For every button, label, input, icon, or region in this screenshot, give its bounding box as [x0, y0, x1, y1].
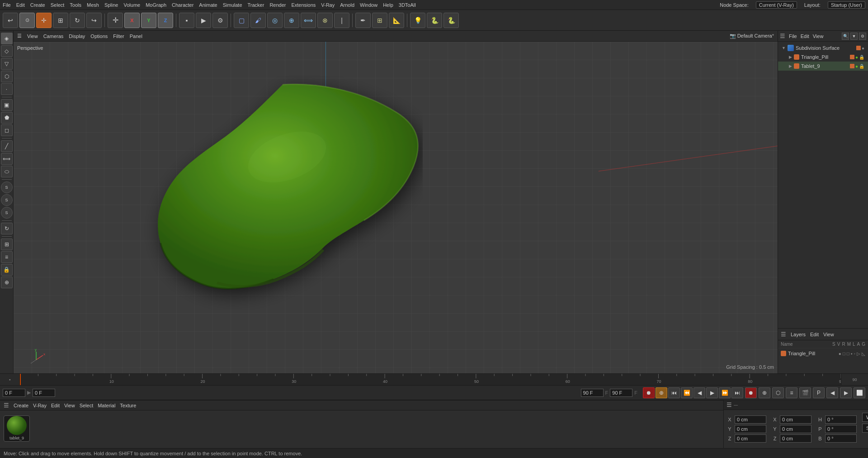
redo-button[interactable]: ↪	[86, 13, 102, 28]
node-space-dropdown[interactable]: Current (V-Ray)	[756, 1, 797, 9]
step-back-button[interactable]: ⏪	[681, 387, 693, 398]
x2-input[interactable]	[780, 415, 811, 424]
z-input[interactable]	[735, 434, 766, 443]
menu-window[interactable]: Window	[360, 2, 377, 8]
menu-vray[interactable]: V-Ray	[321, 2, 335, 8]
viewport-canvas[interactable]: Perspective	[14, 42, 778, 373]
selection-button[interactable]: ▣	[1, 99, 13, 111]
edge-mode-button[interactable]: ⬡	[1, 71, 13, 82]
s-3-button[interactable]: S	[1, 207, 13, 219]
tp-lock-icon[interactable]: 🔒	[859, 55, 864, 60]
scene-item-subdivision[interactable]: ▼ Subdivision Surface ●	[778, 43, 868, 52]
mat-menu-select[interactable]: Select	[80, 403, 94, 408]
python-button[interactable]: 🐍	[427, 13, 442, 28]
menu-tools[interactable]: Tools	[70, 2, 81, 8]
grid2-button[interactable]: ⊞	[1, 239, 13, 250]
x-axis-button[interactable]: X	[124, 13, 140, 28]
viewport-menu-filter[interactable]: Filter	[113, 33, 124, 39]
symmetry-button[interactable]: ⟺	[301, 13, 316, 28]
b-input[interactable]	[825, 434, 857, 443]
h-input[interactable]	[825, 415, 857, 424]
t9-visible-dot[interactable]: ●	[855, 64, 858, 69]
prev-frame-button[interactable]: ◀	[826, 387, 838, 398]
filter-scene-icon[interactable]: ▼	[850, 33, 858, 40]
record2-button[interactable]: ⏺	[745, 387, 757, 398]
z-axis-button[interactable]: Z	[158, 13, 173, 28]
frame-end-2[interactable]	[610, 389, 632, 397]
hamburger-material-icon[interactable]: ☰	[4, 402, 9, 409]
hamburger-icon[interactable]: ☰	[17, 33, 22, 39]
menu-help[interactable]: Help	[383, 2, 393, 8]
bevel-button[interactable]: ⬭	[1, 166, 13, 177]
x-input[interactable]	[735, 415, 766, 424]
mat-menu-texture[interactable]: Texture	[120, 403, 136, 408]
scene-menu-view[interactable]: View	[813, 33, 824, 39]
menu-character[interactable]: Character	[172, 2, 193, 8]
render-settings-button[interactable]: ⚙	[212, 13, 228, 28]
scene-menu-file[interactable]: File	[789, 33, 797, 39]
menu-volume[interactable]: Volume	[123, 2, 140, 8]
move-tool[interactable]: ✛	[36, 13, 52, 28]
viewport-menu-panel[interactable]: Panel	[130, 33, 142, 39]
coord-minimize-icon[interactable]: —	[734, 403, 738, 407]
scene-menu-edit[interactable]: Edit	[801, 33, 809, 39]
record-button[interactable]: ⏺	[643, 387, 655, 398]
group-button[interactable]: ⊕	[1, 277, 13, 288]
menu-file[interactable]: File	[3, 2, 11, 8]
layer-icon-1[interactable]: ●	[839, 351, 841, 356]
render-view-button[interactable]: ▶	[196, 13, 211, 28]
play-back-button[interactable]: ◀	[693, 387, 705, 398]
next-frame-button[interactable]: ▶	[840, 387, 852, 398]
separator-button[interactable]: |	[334, 13, 349, 28]
layer-icon-2[interactable]: □	[843, 351, 845, 356]
menu-extensions[interactable]: Extensions	[291, 2, 316, 8]
frame-start-input[interactable]	[3, 389, 25, 397]
layers-menu-layers[interactable]: Layers	[791, 332, 806, 337]
viewport-menu-cameras[interactable]: Cameras	[43, 33, 64, 39]
t9-lock-icon[interactable]: 🔒	[859, 64, 864, 69]
tp-visible-dot[interactable]: ●	[855, 55, 858, 60]
undo-button[interactable]: ↩	[3, 13, 18, 28]
viewport-menu-options[interactable]: Options	[90, 33, 108, 39]
s-1-button[interactable]: S	[1, 181, 13, 193]
step-forward-button[interactable]: ⏩	[719, 387, 731, 398]
motion-button[interactable]: ⬡	[772, 387, 784, 398]
hamburger-coord-icon[interactable]: ☰	[726, 401, 732, 408]
mesh-mode-button[interactable]: ◇	[1, 45, 13, 57]
layer-icon-6[interactable]: ▷	[857, 351, 860, 356]
layer-icon-5[interactable]: ◦	[854, 351, 855, 356]
grid-button[interactable]: ⊞	[372, 13, 387, 28]
point-mode-button[interactable]: ·	[1, 83, 13, 95]
y-axis-button[interactable]: Y	[141, 13, 156, 28]
autokey-button[interactable]: ⊕	[656, 387, 667, 398]
render2-button[interactable]: 🎬	[799, 387, 811, 398]
key-button[interactable]: ⊕	[759, 387, 770, 398]
layer-row-triangle[interactable]: Triangle_Pill ● □ □ ▪ ◦ ▷ ◺	[778, 348, 868, 358]
play-forward-button[interactable]: ▶	[706, 387, 718, 398]
s-2-button[interactable]: S	[1, 194, 13, 206]
subdiv-visible-icon[interactable]: ●	[862, 46, 864, 51]
menu-simulate[interactable]: Simulate	[223, 2, 242, 8]
p-input[interactable]	[825, 425, 857, 433]
layer-icon-4[interactable]: ▪	[851, 351, 853, 356]
paint-button[interactable]: 🖌	[250, 13, 266, 28]
sculpt-button[interactable]: ◎	[267, 13, 283, 28]
model-mode-button[interactable]: ◈	[1, 33, 13, 44]
mat-menu-material[interactable]: Material	[98, 403, 115, 408]
layer-icon-3[interactable]: □	[847, 351, 849, 356]
layers-menu-edit[interactable]: Edit	[810, 332, 819, 337]
boole-button[interactable]: ⊕	[284, 13, 299, 28]
hamburger-scene-icon[interactable]: ☰	[780, 33, 785, 39]
go-end-button[interactable]: ⏭	[731, 387, 743, 398]
settings-scene-icon[interactable]: ⚙	[859, 33, 866, 40]
mat-menu-edit[interactable]: Edit	[51, 403, 60, 408]
loop-button[interactable]: ◻	[1, 124, 13, 136]
python2-button[interactable]: 🐍	[443, 13, 459, 28]
menu-tracker[interactable]: Tracker	[248, 2, 264, 8]
light-button[interactable]: 💡	[410, 13, 425, 28]
twist-button[interactable]: ↻	[1, 223, 13, 234]
fullscreen-button[interactable]: ⬜	[854, 387, 865, 398]
go-start-button[interactable]: ⏮	[668, 387, 680, 398]
menu-select[interactable]: Select	[51, 2, 65, 8]
param-button[interactable]: P	[813, 387, 825, 398]
